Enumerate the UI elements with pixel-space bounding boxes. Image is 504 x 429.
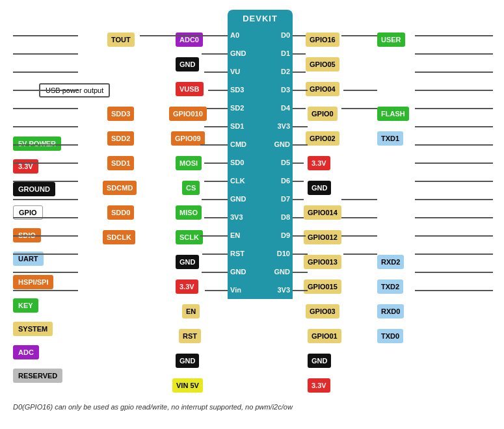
chip-row: GNDGND (228, 263, 293, 281)
connector-line-right-gnd_r1 (293, 144, 308, 146)
left-stub-5 (13, 126, 78, 127)
right-stub-14 (415, 290, 493, 291)
chip-pin-left: SD0 (230, 159, 248, 166)
connector-line-right-gpio014 (293, 162, 304, 164)
footnote: D0(GPIO16) can only be used as gpio read… (13, 403, 293, 411)
chip-pin-right: D8 (272, 213, 290, 221)
legend-hspi-spi: HSPI/SPI (13, 275, 53, 289)
connector-line-right-gnd_r2 (293, 272, 308, 273)
connector-line-left-v33_1 (204, 217, 228, 218)
pin-label-v33_r1: 3.3V (308, 156, 330, 170)
pin-label-gpio02: GPIO02 (306, 131, 339, 146)
right-stub-7 (415, 162, 493, 164)
left-stub-8 (13, 181, 78, 182)
chip-row: GNDD7 (228, 190, 293, 208)
connector-line-right-gpio03 (293, 235, 306, 237)
connector-line-ext-rxd0 (341, 235, 377, 237)
right-stub-0 (415, 35, 493, 36)
page-wrapper: USB power output DEVKIT A0D0GNDD1VUD2SD3… (0, 0, 504, 429)
right-stub-10 (415, 217, 493, 218)
pin-label-gpio16: GPIO16 (306, 32, 339, 47)
pin-label-sclk: SCLK (176, 230, 203, 244)
connector-line-left-sclk (204, 181, 228, 182)
chip-pin-right: D5 (272, 159, 290, 166)
chip-title: DEVKIT (243, 10, 278, 26)
chip-pin-left: RST (230, 250, 248, 257)
chip-pin-left: GND (230, 195, 248, 203)
connector-line-left-gnd3 (202, 272, 228, 273)
connector-line-ext-rxd2 (341, 199, 377, 200)
chip-row: VUD2 (228, 62, 293, 81)
chip-pin-right: D2 (272, 68, 290, 75)
connector-line-left-cs (200, 144, 228, 146)
connector-line-ext-txd0 (343, 254, 377, 255)
left-stub-12 (13, 254, 78, 255)
right-stub-3 (415, 90, 493, 91)
pin-label-txd1: TXD1 (377, 131, 403, 146)
chip-pin-left: SD1 (230, 122, 248, 130)
pin-label-cs: CS (182, 181, 200, 195)
pin-label-gnd3: GND (176, 354, 199, 368)
pin-label-gpio010: GPIO010 (169, 107, 207, 121)
pin-label-user: USER (377, 32, 405, 47)
connector-line-right-gpio012 (293, 181, 304, 182)
connector-line-ext-txd1 (341, 108, 377, 109)
left-stub-6 (13, 144, 78, 146)
chip-pin-left: CLK (230, 177, 248, 185)
connector-line-ext-flash (343, 90, 377, 91)
right-stub-13 (415, 272, 493, 273)
chip-pin-right: D0 (272, 31, 290, 39)
left-stub-9 (13, 199, 78, 200)
diagram-area: USB power output DEVKIT A0D0GNDD1VUD2SD3… (7, 6, 497, 416)
left-stub-13 (13, 272, 78, 273)
connector-line-left-vin5v (205, 290, 228, 291)
connector-line-right-gpio16 (293, 35, 306, 36)
chip-row: A0D0 (228, 26, 293, 44)
legend-3v3: 3.3V (13, 159, 38, 174)
connector-line-left-adc0 (205, 35, 228, 36)
left-stub-7 (13, 162, 78, 164)
pin-label-sdd2: SDD2 (107, 131, 134, 146)
right-stub-8 (415, 181, 493, 182)
connector-line-right-gpio013 (293, 199, 304, 200)
right-stub-12 (415, 254, 493, 255)
connector-line-left-mosi (204, 126, 228, 127)
pin-label-gpio04: GPIO04 (306, 82, 339, 96)
right-stub-4 (415, 108, 493, 109)
connector-line-ext-txd2 (341, 217, 377, 218)
chip-row: SD2D4 (228, 99, 293, 117)
pin-label-gnd2: GND (176, 255, 199, 269)
right-stub-5 (415, 126, 493, 127)
chip-pin-right: D6 (272, 177, 290, 185)
connector-line-right-gpio01 (293, 254, 308, 255)
chip-pin-right: D3 (272, 86, 290, 94)
left-stub-11 (13, 235, 78, 237)
pin-label-gpio09: GPIO09 (171, 131, 205, 146)
left-stub-0 (13, 35, 78, 36)
connector-line-right-gpio0 (293, 90, 308, 91)
pin-label-en: EN (182, 304, 200, 318)
right-stub-11 (415, 235, 493, 237)
chip-pin-right: D4 (272, 104, 290, 112)
pin-label-gpio015: GPIO015 (304, 280, 341, 294)
connector-line-right-gpio015 (293, 217, 304, 218)
pin-label-flash: FLASH (377, 107, 409, 121)
pin-label-tout: TOUT (107, 32, 135, 47)
chip-pin-right: GND (272, 268, 290, 276)
connector-line-left-gnd1 (202, 53, 228, 55)
connector-line-right-gpio04 (293, 72, 306, 73)
legend-reserved: RESERVED (13, 369, 62, 383)
pin-label-gnd_r1: GND (308, 181, 331, 195)
pin-label-v33_1: 3.3V (176, 280, 198, 294)
connector-line-left-miso (204, 162, 228, 164)
chip-row: RSTD10 (228, 244, 293, 263)
pin-label-sdd0: SDD0 (107, 205, 134, 220)
legend-system: SYSTEM (13, 322, 53, 336)
legend-ground: GROUND (13, 182, 55, 196)
left-stub-10 (13, 217, 78, 218)
pin-label-mosi: MOSI (176, 156, 202, 170)
chip-pin-left: GND (230, 268, 248, 276)
left-stub-1 (13, 53, 78, 55)
pin-label-gpio01: GPIO01 (308, 329, 341, 343)
right-stub-9 (415, 199, 493, 200)
